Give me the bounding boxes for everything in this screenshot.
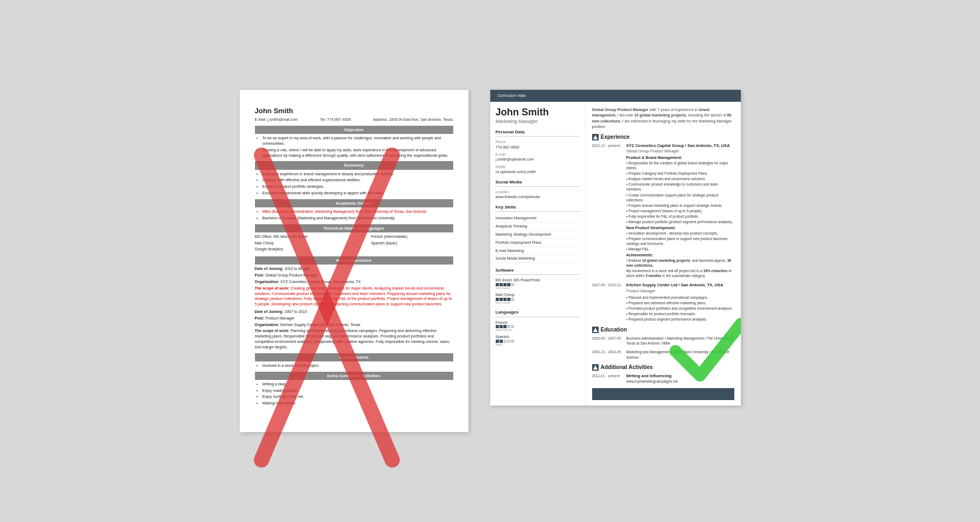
experience-divider: Experience [592,133,734,141]
resume-body: John Smith Marketing Manager Personal Da… [490,102,741,406]
education-divider: Education [592,326,734,334]
email-label: E-mail [496,152,580,157]
academic-item-2: Bachelor of Science (Marketing and Manag… [263,216,453,221]
academic-header: Academic Details [255,199,453,207]
edu-row-2: 2000-10 - 2004-05 Marketing and Manageme… [592,349,734,359]
edu-desc-1: Business Administration / Marketing Mana… [626,336,734,346]
lang-item-2: Spanish (basic) [371,241,453,246]
www-value: cv.uptowork.com/j.smith [496,169,580,175]
edu-desc-2: Marketing and Management / West Miami Un… [626,349,734,359]
exp-company-2: Kitchen Supply Center Ltd / San Antonio,… [626,283,734,288]
objective-list: To be an expert in my area of work, with… [255,136,453,158]
edu-date-2: 2000-10 - 2004-05 [592,349,622,359]
technical-header: Technical Skills & Languages [255,224,453,232]
edu-row-1: 2005-09 - 2007-05 Business Administratio… [592,336,734,346]
additional-section-title: Additional Activities [601,364,653,371]
education-icon [592,327,599,333]
exp-section-ach: Achievements: [626,253,734,258]
edu-date-1: 2005-09 - 2007-05 [592,336,622,346]
exp-entry-2: 2007-09 - 2010-11 Kitchen Supply Center … [592,283,734,322]
post-2: Post: Product Manager [255,316,453,321]
left-address: Address: 1905 W East Ave, San Antonio, T… [373,117,453,122]
dot-5 [511,283,514,286]
extra-item-3: Enjoy Surfing on the net. [263,394,453,400]
academic-list: MBA (Business Administration, Marketing … [255,209,453,221]
left-tel: Tel: 774-987-4009 [320,117,350,122]
objective-item-1: To be an expert in my area of work, with… [263,136,453,146]
extra-item-1: Writing a blog. [263,382,453,387]
www-label: WWW [496,164,580,169]
education-section-title: Education [601,326,627,334]
objective-item-2: Seeking a role, where I will be able to … [263,148,453,158]
dot-5 [511,340,514,343]
skills-section: Key Skills [496,204,580,212]
left-contact: E-Mail: j.smith@mail.com Tel: 774-987-40… [255,117,453,122]
additional-icon [592,364,599,371]
exp-details-2: Kitchen Supply Center Ltd / San Antonio,… [626,283,734,322]
right-resume: Curriculum Vitae John Smith Marketing Ma… [490,90,741,406]
dot-3 [503,298,507,301]
left-resume: John Smith E-Mail: j.smith@mail.com Tel:… [240,90,468,432]
lang-name-2: Spanish [496,334,545,340]
skill-1: Innovation Management [496,214,580,223]
exp-date-1: 2010-12 - present [592,143,622,279]
software-item-1: MS Excel, MS PowerPoint Very Good [496,278,580,290]
objective-header: Objective [255,126,453,134]
tech-item-2: Mail Chimp [255,241,337,246]
skill-6: Social Media Marketing [496,255,580,263]
summary-item-2: Creative with effective and efficient or… [263,177,453,183]
software-name-2: Mail Chimp [496,292,545,298]
languages-section: Languages [496,309,580,317]
edu-entry-1: 2005-09 - 2007-05 Business Administratio… [592,336,734,346]
software-level-1: Very Good [496,286,580,291]
main-container: John Smith E-Mail: j.smith@mail.com Tel:… [218,68,763,454]
phone-value: 774-987-4009 [496,145,580,150]
dot-5 [511,298,514,301]
work-exp-header: Work Experience [255,256,453,265]
exp-bullets-pbm: • Responsible for the creation of global… [626,161,734,224]
edu-details-2: Marketing and Management / West Miami Un… [626,349,734,359]
tech-item-3: Google Analytics [255,247,337,252]
scope-1: The scope of work: Creating global brand… [255,286,453,307]
dot-4 [507,298,510,301]
bottom-bar [592,388,734,400]
exp-bullets-ach: I finalized 10 global marketing projects… [626,258,734,278]
additional-details-1: Writing and Influencing www.mymarketingc… [626,373,734,384]
right-right-column: Global Group Product Manager with 7 year… [586,102,741,406]
exp-entry-1: 2010-12 - present XYZ Cosmetics Capital … [592,143,734,279]
additional-divider: Additional Activities [592,364,734,371]
dot-4 [507,340,510,343]
date-joining-1: Date of Joining: 2010 to till date [255,266,453,272]
dot-1 [496,340,499,343]
linkedin-label: LinkedIn [496,189,580,194]
svg-marker-2 [593,135,598,139]
academic-item-1: MBA (Business Administration, Marketing … [263,209,453,214]
software-section: Software [496,267,580,275]
extra-header: Extra Curricular Activities [255,372,453,380]
tech-item-1: MS Office: MS Word, MS Excel [255,234,337,239]
exp-row-1: 2010-12 - present XYZ Cosmetics Capital … [592,143,734,279]
additional-row-1: 2012-01 - present Writing and Influencin… [592,373,734,384]
date-joining-2: Date of Joining: 2007 to 2010 [255,309,453,315]
org-1: Organization: XYZ Cosmetics Capital Grou… [255,279,453,285]
skill-5: E-mail Marketing [496,247,580,255]
software-item-2: Mail Chimp Very Good [496,292,580,305]
linkedin-value: www.linkedin.com/johnutw [496,194,580,200]
phone-label: Phone [496,139,580,144]
exp-details-1: XYZ Cosmetics Capital Group / San Antoni… [626,143,734,279]
language-item-2: Spanish Basic [496,334,580,347]
cv-label: Curriculum Vitae [498,94,526,97]
edu-entry-2: 2000-10 - 2004-05 Marketing and Manageme… [592,349,734,359]
dot-2 [500,298,503,301]
cv-header-bar: Curriculum Vitae [490,90,741,102]
edu-details-1: Business Administration / Marketing Mana… [626,336,734,346]
extra-list: Writing a blog. Enjoy reading books. Enj… [255,382,453,406]
achievements-list: Involved in a stock sell-off project. [255,363,453,369]
right-title: Marketing Manager [496,118,580,125]
lang-level-1: Intermediate [496,328,580,333]
technical-col2: French (intermediate) Spanish (basic) [371,234,453,253]
summary-item-4: Excellent interpersonal skills quickly d… [263,191,453,196]
experience-section-title: Experience [601,133,630,141]
left-email: E-Mail: j.smith@mail.com [255,117,298,122]
work-entry-2: Date of Joining: 2007 to 2010 Post: Prod… [255,309,453,350]
